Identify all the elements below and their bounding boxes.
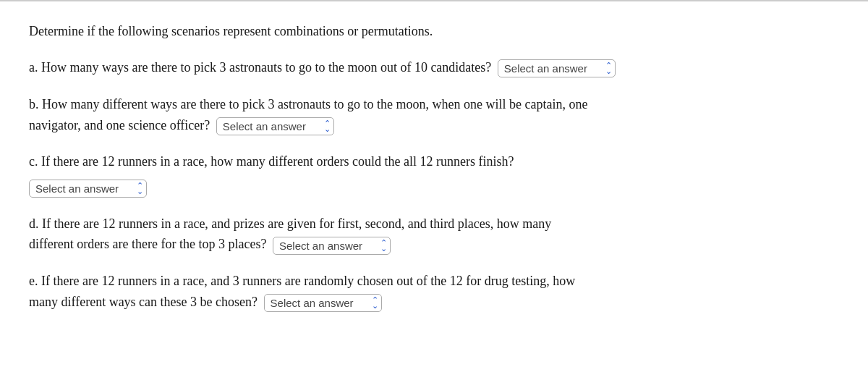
select-b-arrow-icon [324, 119, 331, 133]
question-e: e. If there are 12 runners in a race, an… [29, 271, 839, 313]
question-a-text: a. How many ways are there to pick 3 ast… [29, 60, 491, 75]
select-c[interactable]: Select an answer Combination Permutation [35, 182, 135, 195]
select-d-arrow-icon [380, 239, 387, 253]
select-e[interactable]: Select an answer Combination Permutation [271, 297, 370, 309]
select-a-arrow-icon [605, 62, 612, 75]
select-b[interactable]: Select an answer Combination Permutation [223, 120, 323, 132]
select-d[interactable]: Select an answer Combination Permutation [279, 240, 379, 252]
select-e-arrow-icon [372, 296, 378, 310]
select-a[interactable]: Select an answer Combination Permutation [504, 62, 604, 75]
question-d: d. If there are 12 runners in a race, an… [29, 214, 839, 256]
select-a-wrapper: Select an answer Combination Permutation [498, 59, 616, 77]
question-a: a. How many ways are there to pick 3 ast… [29, 57, 839, 78]
page-container: Determine if the following scenarios rep… [0, 0, 868, 388]
select-c-arrow-icon [137, 182, 143, 195]
question-b: b. How many different ways are there to … [29, 94, 839, 136]
question-c: c. If there are 12 runners in a race, ho… [29, 151, 839, 197]
question-e-text: e. If there are 12 runners in a race, an… [29, 271, 839, 313]
question-d-text: d. If there are 12 runners in a race, an… [29, 214, 839, 256]
select-d-wrapper: Select an answer Combination Permutation [273, 237, 391, 255]
select-c-wrapper: Select an answer Combination Permutation [29, 180, 147, 198]
question-b-text: b. How many different ways are there to … [29, 94, 839, 136]
select-e-wrapper: Select an answer Combination Permutation [264, 294, 382, 312]
question-c-text: c. If there are 12 runners in a race, ho… [29, 151, 839, 172]
instruction-text: Determine if the following scenarios rep… [29, 22, 839, 41]
select-b-wrapper: Select an answer Combination Permutation [216, 117, 334, 135]
